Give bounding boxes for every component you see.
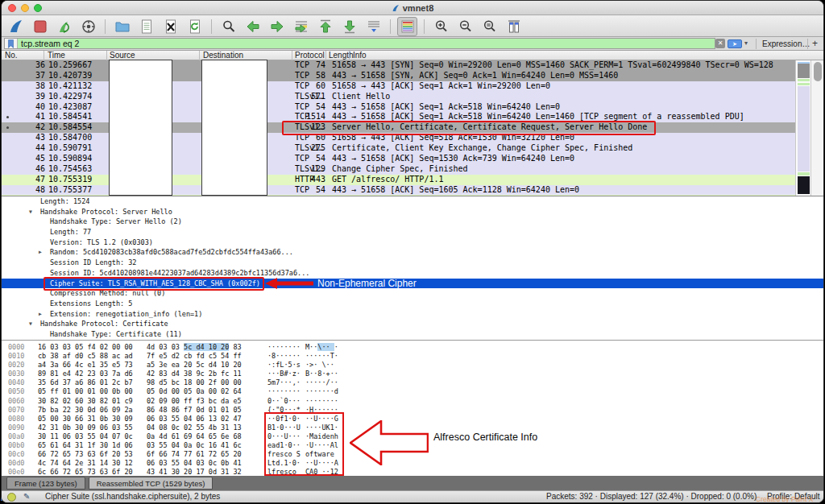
column-separator[interactable] [44,51,44,60]
h-off: 0030 [8,370,24,378]
h-b1: 05 00 30 66 31 0b 30 09 [38,415,133,423]
detail-line[interactable]: Handshake Type: Certificate (11) [2,329,823,340]
hex-row-00e0[interactable]: 00e06c 66 72 65 73 63 6f 2043 41 30 20 1… [2,468,823,476]
cell-time: 10.420739 [48,71,92,81]
restart-capture-icon[interactable] [54,17,74,36]
filter-clear-icon[interactable]: ✕ [715,39,725,48]
zoom-in-icon[interactable] [431,17,451,36]
close-window-button[interactable] [8,4,16,12]
h-b2: 43 41 30 20 17 0d 31 32 [147,468,242,476]
find-packet-icon[interactable] [218,17,238,36]
filter-apply-icon[interactable]: ➤ [728,39,742,48]
detail-text: Handshake Type: Certificate (11) [50,329,182,340]
column-separator[interactable] [292,51,292,60]
h-off: 00e0 [8,468,24,476]
zoom-reset-icon[interactable] [479,17,500,36]
column-separator[interactable] [199,51,200,60]
h-b2: a5 3e ea 20 5c d4 10 20 [147,361,242,370]
minimize-window-button[interactable] [21,4,29,12]
h-off: 0090 [8,423,24,432]
capture-options-icon[interactable] [78,17,98,36]
annotation-box-packet-42 [282,121,656,135]
h-b1: 7b ba 22 30 0d 06 09 2a [38,406,133,415]
expand-icon[interactable]: ▶ [39,247,42,258]
h-off: 0050 [8,387,24,396]
column-header-no[interactable]: No. [5,51,18,60]
expand-icon[interactable]: ▶ [39,309,42,320]
add-filter-button[interactable]: + [812,38,818,49]
detail-line[interactable]: ▶Random: 5cd4102083cb38afd0c588acad7fe5d… [2,247,823,258]
column-header-time[interactable]: Time [48,51,65,60]
h-a2: ·······d [305,387,338,396]
detail-line[interactable]: Version: TLS 1.2 (0x0303) [2,238,823,248]
detail-line[interactable]: Session ID Length: 32 [2,258,823,268]
h-b1: 66 72 65 73 63 6f 20 53 [38,450,133,459]
h-a2: ······T· [305,352,338,361]
last-packet-icon[interactable] [339,17,359,36]
hex-row-0010[interactable]: 0010cb 38 af d0 c5 88 ac ad7f e5 d2 cb f… [2,352,823,361]
tab-reassembled-tcp[interactable]: Reassembled TCP (1529 bytes) [89,477,214,490]
cell-time: 10.590894 [48,154,92,164]
zoom-window-button[interactable] [34,4,42,12]
packet-minimap [795,60,810,196]
h-b2: 04 08 0c 02 55 4b 31 13 [147,423,242,432]
hex-row-0050[interactable]: 005005 ff 01 00 01 00 0b 0005 0d 00 05 0… [2,387,823,396]
hex-row-0020[interactable]: 0020a4 3a 66 4c e1 35 e5 73a5 3e ea 20 5… [2,361,823,370]
hex-row-0040[interactable]: 004035 6d 37 a6 86 01 2c b798 d5 bc 18 0… [2,378,823,387]
detail-line[interactable]: ▼Handshake Protocol: Certificate [2,319,823,329]
filter-bookmark-icon[interactable] [5,39,18,48]
filter-dropdown-caret[interactable]: ▾ [744,39,748,47]
detail-line[interactable]: ▶Extension: renegotiation_info (len=1) [2,309,823,320]
hex-row-0060[interactable]: 006030 82 02 60 30 82 01 c902 09 00 ff f… [2,397,823,406]
expression-button[interactable]: Expression… [762,39,810,48]
hex-row-0070[interactable]: 00707b ba 22 30 0d 06 09 2a86 48 86 f7 0… [2,406,823,415]
tab-frame[interactable]: Frame (123 bytes) [6,477,85,490]
h-b2: 7f e5 d2 cb fd c5 54 ff [147,352,242,361]
save-file-icon[interactable] [136,17,156,36]
column-separator[interactable] [106,51,107,60]
go-to-packet-icon[interactable] [291,17,311,36]
colorize-icon[interactable] [397,17,417,36]
h-a2: ········ [305,397,338,406]
wireshark-window: vmnet8 ✕ ➤ ▾ [2,1,823,502]
zoom-out-icon[interactable] [455,17,475,36]
next-packet-icon[interactable] [267,17,287,36]
h-b1: 35 6d 37 a6 86 01 2c b7 [38,378,133,387]
capture-comment-icon[interactable]: ✎ [23,491,30,502]
start-capture-icon[interactable] [6,17,26,36]
auto-scroll-icon[interactable] [363,17,383,36]
h-b1: 4c 74 64 2e 31 14 30 12 [38,459,133,468]
stop-capture-icon[interactable] [30,17,50,36]
hex-row-0000[interactable]: 000016 03 03 05 f4 02 00 004d 03 03 5c d… [2,343,823,352]
column-header-protocol[interactable]: Protocol [295,51,325,60]
h-a1: ········ [267,343,301,352]
cell-len: 58 [288,71,325,81]
toolbar-separator [424,19,425,34]
column-separator[interactable] [325,51,326,60]
close-file-icon[interactable] [160,17,180,36]
resize-columns-icon[interactable] [504,17,524,36]
h-off: 00a0 [8,432,24,441]
column-header-length[interactable]: Length [329,51,354,60]
open-file-icon[interactable] [112,17,132,36]
expert-info-icon[interactable] [7,493,16,502]
column-header-info[interactable]: Info [353,51,367,60]
collapse-icon[interactable]: ▼ [29,319,32,329]
h-b2: 86 48 86 f7 0d 01 01 05 [147,406,242,415]
detail-line[interactable]: Length: 1524 [2,196,823,207]
packet-list-scrollbar[interactable] [810,60,823,196]
scrollbar-thumb[interactable] [814,62,822,81]
first-packet-icon[interactable] [315,17,335,36]
collapse-icon[interactable]: ▼ [29,207,32,217]
previous-packet-icon[interactable] [243,17,263,36]
detail-text: Session ID Length: 32 [50,258,136,268]
cell-time: 10.754563 [48,164,92,175]
filter-input[interactable] [18,39,715,48]
detail-line[interactable]: ▼Handshake Protocol: Server Hello [2,207,823,217]
detail-line[interactable]: Extensions Length: 5 [2,299,823,309]
column-separator[interactable] [349,51,350,60]
detail-line[interactable]: Handshake Type: Server Hello (2) [2,217,823,227]
detail-line[interactable]: Length: 77 [2,227,823,238]
hex-row-0030[interactable]: 003089 81 e4 42 23 03 7a d642 83 d4 38 9… [2,370,823,378]
reload-file-icon[interactable] [184,17,205,36]
